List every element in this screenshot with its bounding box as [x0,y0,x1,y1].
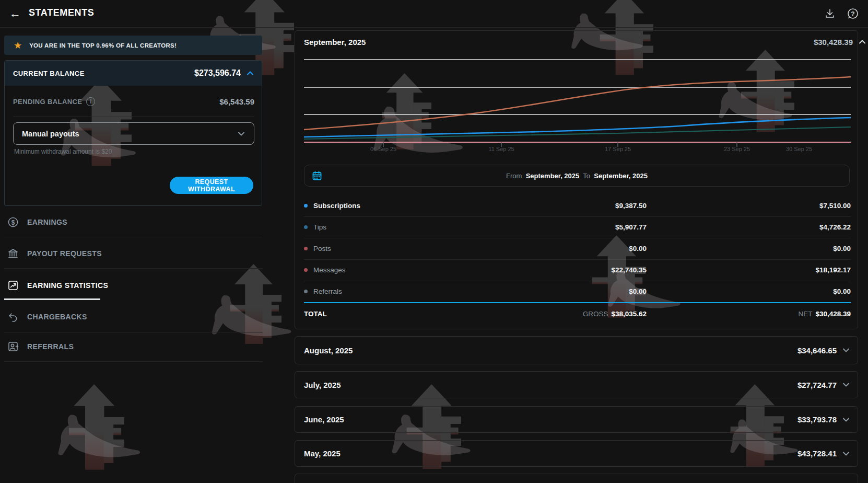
statement-amount: $30,428.39 [814,38,853,47]
statement-month: September, 2025 [304,38,366,47]
statement-header[interactable]: September, 2025 $30,428.39 [295,31,868,53]
date-range-text: From September, 2025 To September, 2025 [304,172,849,180]
current-balance-label: CURRENT BALANCE [13,70,85,77]
balance-card: CURRENT BALANCE $273,596.74 PENDING BALA… [4,60,262,206]
sidebar-item-label: PAYOUT REQUESTS [27,249,102,258]
from-label: From [506,172,522,180]
pending-balance-label: PENDING BALANCE [13,98,82,106]
minimum-withdrawal-note: Minimum withdrawal amount is $20 [14,148,112,155]
table-row-tips: Tips $5,907.77 $4,726.22 [304,216,851,238]
row-gross: $5,907.77 [615,223,647,231]
row-gross: $22,740.35 [611,266,647,274]
table-row-subscriptions: Subscriptions $9,387.50 $7,510.00 [304,195,851,217]
net-caption: NET [798,310,812,318]
date-range-picker[interactable]: From September, 2025 To September, 2025 [304,165,850,187]
download-icon[interactable] [823,7,837,20]
chevron-down-icon [237,130,245,138]
statement-month: August, 2025 [304,346,353,355]
statement-card-july[interactable]: July, 2025 $27,724.77 [295,371,858,398]
divider [13,117,254,117]
gridlines [304,60,851,114]
legend-dot [304,268,308,272]
series-line-tips [304,127,851,139]
statement-card-june[interactable]: June, 2025 $33,793.78 [295,406,858,433]
legend-dot [304,247,308,250]
undo-icon [7,311,19,323]
request-withdrawal-button[interactable]: REQUEST WITHDRAWAL [170,177,253,194]
to-label: To [583,172,590,180]
pending-balance-value: $6,543.59 [219,97,254,106]
statement-month: June, 2025 [304,415,344,424]
row-gross: $0.00 [629,245,647,252]
sidebar-item-referrals[interactable]: REFERRALS [4,337,262,356]
statement-month: July, 2025 [304,381,341,389]
bank-icon [7,248,19,259]
row-label: Tips [313,223,326,231]
banner-text: YOU ARE IN THE TOP 0.96% OF ALL CREATORS… [29,42,177,49]
total-label: TOTAL [304,310,327,318]
sidebar-item-chargebacks[interactable]: CHARGEBACKS [4,307,262,326]
gross-caption: GROSS [583,310,608,318]
payout-method-value: Manual payouts [22,130,79,138]
statement-amount: $43,728.41 [797,449,837,458]
statement-card-may[interactable]: May, 2025 $43,728.41 [295,440,858,467]
net-value: $30,428.39 [815,310,851,318]
row-net: $0.00 [833,288,851,295]
watermark-figure [44,412,149,460]
divider [4,237,263,237]
chevron-down-icon [842,450,850,458]
page-title: STATEMENTS [29,7,94,18]
current-balance-value: $273,596.74 [194,68,241,78]
top-creator-banner: ★ YOU ARE IN THE TOP 0.96% OF ALL CREATO… [4,36,262,55]
help-icon[interactable]: ? [846,7,860,20]
tick-label: 17 Sep 25 [605,146,631,152]
sidebar-item-earnings[interactable]: $ EARNINGS [4,213,262,232]
axis-labels: 06 Sep 25 11 Sep 25 17 Sep 25 23 Sep 25 … [370,146,812,152]
back-icon[interactable]: ← [8,7,22,21]
earnings-line-chart: 06 Sep 25 11 Sep 25 17 Sep 25 23 Sep 25 … [304,53,851,152]
sidebar-item-payout-requests[interactable]: PAYOUT REQUESTS [4,244,262,263]
statement-card-partial[interactable] [295,474,858,483]
statement-card-september: September, 2025 $30,428.39 [295,30,858,329]
statement-card-august[interactable]: August, 2025 $34,646.65 [295,336,858,364]
sidebar-item-earning-statistics[interactable]: EARNING STATISTICS [4,276,262,295]
info-icon[interactable]: i [86,97,95,106]
current-balance-header[interactable]: CURRENT BALANCE $273,596.74 [5,61,262,86]
legend-dot [304,204,308,208]
row-gross: $0.00 [629,288,647,295]
referral-icon [7,341,19,352]
payout-method-select[interactable]: Manual payouts [13,122,254,145]
chevron-down-icon [842,381,850,389]
row-net: $18,192.17 [815,266,851,274]
to-value: September, 2025 [594,172,648,180]
chevron-up-icon [858,38,866,46]
row-gross: $9,387.50 [615,202,647,210]
statement-month: May, 2025 [304,449,341,458]
row-net: $7,510.00 [819,202,851,210]
divider [4,268,263,269]
row-label: Posts [313,245,331,252]
table-row-referrals: Referrals $0.00 $0.00 [304,281,851,302]
pending-balance-row: PENDING BALANCE i $6,543.59 [13,94,254,109]
sidebar-item-label: EARNING STATISTICS [27,281,108,290]
sidebar-item-label: REFERRALS [27,342,74,351]
statements-screen: P ← STATEMENTS [0,0,868,483]
sidebar-item-label: EARNINGS [27,218,67,226]
divider [4,332,263,332]
tick-label: 11 Sep 25 [488,146,514,152]
svg-text:$: $ [11,219,15,226]
chevron-down-icon [842,346,850,354]
active-tab-underline [4,298,100,300]
statement-amount: $34,646.65 [797,346,837,355]
axis-ticks [383,142,737,147]
row-net: $4,726.22 [819,223,851,231]
chevron-down-icon [842,416,850,424]
legend-dot [304,290,308,293]
total-net: NET$30,428.39 [798,310,851,318]
divider [4,361,263,362]
star-icon: ★ [14,40,22,51]
legend-dot [304,225,308,229]
tick-label: 06 Sep 25 [370,146,396,152]
svg-text:?: ? [851,10,854,18]
row-net: $0.00 [833,245,851,252]
